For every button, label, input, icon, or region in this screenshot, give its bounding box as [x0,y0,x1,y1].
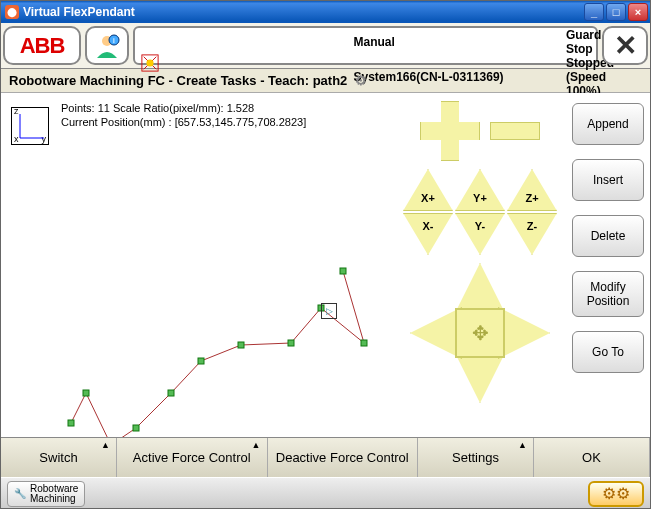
jog-y-minus[interactable]: Y- [455,213,505,255]
maximize-button[interactable]: □ [606,3,626,21]
settings-gear-button[interactable]: ⚙⚙ [588,481,644,507]
window-titlebar: ⬤ Virtual FlexPendant _ □ × [1,1,650,23]
svg-rect-10 [133,425,139,431]
zoom-plus-button[interactable] [420,101,480,161]
nav-center[interactable]: ✥ [455,308,505,358]
switch-button[interactable]: Switch▲ [1,438,117,477]
app-icon: ⬤ [5,5,19,19]
goto-button[interactable]: Go To [572,331,644,373]
taskbar: 🔧 Robotware Machining ⚙⚙ [1,477,650,509]
jog-controls: X+ Y+ Z+ X- Y- Z- ✥ [394,93,566,437]
svg-rect-8 [83,390,89,396]
path-canvas[interactable]: z x y Points: 11 Scale Ratio(pixel/mm): … [1,93,394,437]
svg-rect-11 [168,390,174,396]
close-panel-button[interactable]: ✕ [602,26,648,65]
task-robotware[interactable]: 🔧 Robotware Machining [7,481,85,507]
svg-text:i: i [113,36,115,45]
svg-rect-16 [361,340,367,346]
system-label: System166(CN-L-0311369) [354,70,567,84]
main-area: z x y Points: 11 Scale Ratio(pixel/mm): … [1,93,650,437]
nav-pad: ✥ [410,263,550,403]
gear-icon[interactable]: ⚙ [355,73,367,88]
svg-point-4 [146,59,153,66]
modify-position-button[interactable]: Modify Position [572,271,644,317]
path-polyline [1,93,381,437]
jog-x-minus[interactable]: X- [403,213,453,255]
action-buttons: Append Insert Delete Modify Position Go … [566,93,650,437]
operator-icon[interactable]: i [85,26,129,65]
status-panel: Manual Guard Stop System166(CN-L-0311369… [133,26,598,65]
status-label: Stopped (Speed 100%) [566,56,590,98]
ok-button[interactable]: OK [534,438,650,477]
minimize-button[interactable]: _ [584,3,604,21]
warning-icon [141,54,159,72]
bottom-bar: Switch▲ Active Force Control▲ Deactive F… [1,437,650,477]
jog-z-plus[interactable]: Z+ [507,169,557,211]
svg-rect-13 [238,342,244,348]
jog-z-minus[interactable]: Z- [507,213,557,255]
settings-button[interactable]: Settings▲ [418,438,534,477]
mode-label: Manual [354,35,567,49]
zoom-minus-button[interactable] [490,122,540,140]
jog-x-plus[interactable]: X+ [403,169,453,211]
active-force-button[interactable]: Active Force Control▲ [117,438,268,477]
insert-button[interactable]: Insert [572,159,644,201]
svg-rect-7 [68,420,74,426]
append-button[interactable]: Append [572,103,644,145]
svg-rect-12 [198,358,204,364]
window-title: Virtual FlexPendant [23,5,584,19]
abb-logo: ABB [3,26,81,65]
cursor-indicator: ▷ [321,303,337,319]
nav-right[interactable] [498,307,550,359]
delete-button[interactable]: Delete [572,215,644,257]
close-button[interactable]: × [628,3,648,21]
task-icon: 🔧 [14,489,26,499]
header: ABB i Manual Guard Stop System166(CN-L-0… [1,23,650,69]
svg-rect-14 [288,340,294,346]
guard-label: Guard Stop [566,28,590,56]
jog-y-plus[interactable]: Y+ [455,169,505,211]
breadcrumb-text: Robotware Machining FC - Create Tasks - … [9,73,347,88]
deactive-force-button[interactable]: Deactive Force Control [268,438,419,477]
svg-rect-17 [340,268,346,274]
